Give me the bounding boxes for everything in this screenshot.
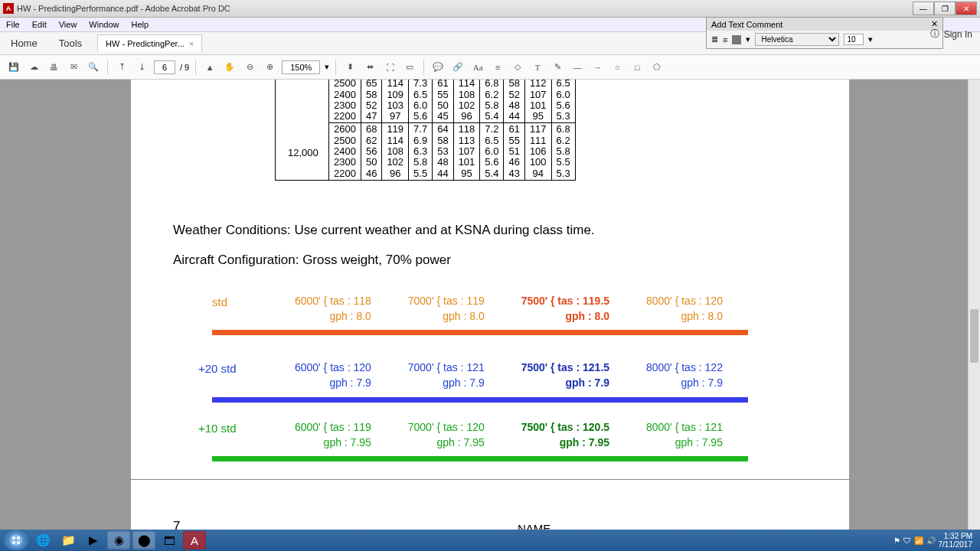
fit-width-icon[interactable]: ⬍ [342, 60, 358, 75]
page-up-icon[interactable]: ⤒ [114, 60, 129, 75]
comment-icon[interactable]: 💬 [430, 60, 446, 75]
taskbar-chrome-icon[interactable]: ◉ [107, 531, 130, 549]
alt-12000: 12,000 [288, 147, 318, 158]
system-tray: ⚑ 🛡 📶 🔊 1:32 PM7/11/2017 [893, 532, 978, 549]
app-icon: A [3, 3, 14, 14]
polygon-icon[interactable]: ⬠ [649, 60, 665, 75]
window-title: HW - PredictingPerformance.pdf - Adobe A… [17, 4, 913, 13]
p20-bar [212, 397, 748, 403]
close-button[interactable]: ✕ [956, 2, 977, 15]
signin-label: Sign In [944, 29, 972, 40]
p20-label: +20 std [198, 360, 275, 375]
print-icon[interactable]: 🖶 [46, 60, 61, 75]
p10-bar [212, 456, 748, 461]
fit-page-icon[interactable]: ⬌ [362, 60, 377, 75]
read-mode-icon[interactable]: ▭ [402, 60, 417, 75]
taskbar: 🌐 📁 ▶ ◉ ⬤ 🗔 A ⚑ 🛡 📶 🔊 1:32 PM7/11/2017 [0, 530, 980, 551]
page-total: / 9 [180, 63, 189, 72]
square-icon[interactable]: □ [629, 60, 645, 75]
menu-window[interactable]: Window [86, 19, 122, 30]
p20-row: +20 std 6000' { tas : 120gph : 7.9 7000'… [198, 360, 740, 390]
hand-icon[interactable]: ✋ [222, 60, 237, 75]
cloud-icon[interactable]: ☁ [26, 60, 41, 75]
text-tool-icon[interactable]: T [530, 60, 545, 75]
taskbar-acrobat-icon[interactable]: A [183, 531, 206, 549]
save-icon[interactable]: 💾 [6, 60, 21, 75]
size-dropdown-icon[interactable]: ▾ [868, 34, 873, 44]
search-icon[interactable]: 🔍 [86, 60, 101, 75]
signin-link[interactable]: ⓘ Sign In [930, 28, 972, 41]
font-select[interactable]: Helvetica [755, 33, 839, 46]
pdf-page: 26002500240023002200 7265585247 12011410… [131, 80, 849, 530]
weather-text: Weather Conditions: Use current weather … [173, 223, 595, 238]
tab-home[interactable]: Home [0, 33, 48, 54]
taskbar-ie-icon[interactable]: 🌐 [31, 531, 54, 549]
comment-panel: Add Text Comment ✕ ≣ ≡ ▾ Helvetica ▾ [706, 17, 943, 49]
pointer-icon[interactable]: ▲ [202, 60, 217, 75]
tab-tools[interactable]: Tools [48, 33, 93, 54]
performance-table: 26002500240023002200 7265585247 12011410… [275, 80, 576, 181]
menu-edit[interactable]: Edit [29, 19, 50, 30]
number-list-icon[interactable]: ≡ [723, 35, 727, 44]
menu-help[interactable]: Help [128, 19, 152, 30]
taskbar-explorer-icon[interactable]: 📁 [57, 531, 80, 549]
page-divider [131, 479, 849, 480]
pen-icon[interactable]: ✎ [550, 60, 565, 75]
workspace: 26002500240023002200 7265585247 12011410… [0, 80, 980, 530]
scrollbar-vertical[interactable] [968, 80, 980, 530]
page-down-icon[interactable]: ⤓ [134, 60, 149, 75]
toolbar: 💾 ☁ 🖶 ✉ 🔍 ⤒ ⤓ / 9 ▲ ✋ ⊖ ⊕ ▾ ⬍ ⬌ ⛶ ▭ 💬 🔗 … [0, 55, 980, 80]
menu-file[interactable]: File [3, 19, 23, 30]
page-input[interactable] [154, 60, 175, 74]
line-icon[interactable]: — [570, 60, 585, 75]
name-label: NAME [518, 522, 550, 530]
bullet-list-icon[interactable]: ≣ [711, 34, 718, 44]
link-icon[interactable]: 🔗 [450, 60, 466, 75]
tray-sound-icon[interactable]: 🔊 [926, 536, 936, 545]
std-bar [212, 330, 748, 335]
zoom-out-icon[interactable]: ⊖ [242, 60, 257, 75]
zoom-dropdown-icon[interactable]: ▾ [325, 62, 329, 72]
menu-view[interactable]: View [56, 19, 80, 30]
tab-document-label: HW - PredictingPer... [106, 39, 185, 48]
tray-shield-icon[interactable]: 🛡 [903, 536, 911, 545]
fullscreen-icon[interactable]: ⛶ [382, 60, 397, 75]
dropdown-icon[interactable]: ▾ [746, 34, 750, 44]
config-text: Aircraft Configuration: Gross weight, 70… [173, 253, 451, 268]
mail-icon[interactable]: ✉ [66, 60, 81, 75]
svg-point-0 [10, 534, 22, 546]
page-number: 7 [173, 519, 180, 530]
std-label: std [212, 294, 275, 308]
taskbar-obs-icon[interactable]: ⬤ [132, 531, 155, 549]
zoom-input[interactable] [282, 60, 320, 74]
p10-label: +10 std [198, 420, 275, 435]
maximize-button[interactable]: ❐ [934, 2, 956, 15]
fill-icon[interactable]: ◇ [510, 60, 525, 75]
color-swatch-icon[interactable] [732, 35, 741, 44]
tab-close-icon[interactable]: × [189, 39, 194, 48]
circle-icon[interactable]: ○ [609, 60, 625, 75]
arrow-icon[interactable]: → [590, 60, 605, 75]
titlebar: A HW - PredictingPerformance.pdf - Adobe… [0, 0, 980, 18]
scrollbar-thumb[interactable] [970, 309, 978, 363]
font-size-input[interactable] [844, 34, 864, 45]
text-icon[interactable]: Aa [470, 60, 485, 75]
taskbar-blue-icon[interactable]: 🗔 [158, 531, 181, 549]
start-button[interactable] [3, 530, 29, 550]
zoom-in-icon[interactable]: ⊕ [262, 60, 277, 75]
align-icon[interactable]: ≡ [490, 60, 505, 75]
help-icon[interactable]: ⓘ [930, 28, 939, 41]
taskbar-media-icon[interactable]: ▶ [82, 531, 105, 549]
p10-row: +10 std 6000' { tas : 119gph : 7.95 7000… [198, 420, 740, 450]
std-row: std 6000' { tas : 118gph : 8.0 7000' { t… [212, 294, 740, 324]
tray-network-icon[interactable]: 📶 [914, 536, 923, 545]
comment-panel-title: Add Text Comment [711, 20, 782, 29]
minimize-button[interactable]: — [913, 2, 934, 15]
tab-document[interactable]: HW - PredictingPer... × [97, 34, 202, 52]
tray-flag-icon[interactable]: ⚑ [893, 536, 900, 545]
tray-clock[interactable]: 1:32 PM7/11/2017 [939, 532, 973, 549]
